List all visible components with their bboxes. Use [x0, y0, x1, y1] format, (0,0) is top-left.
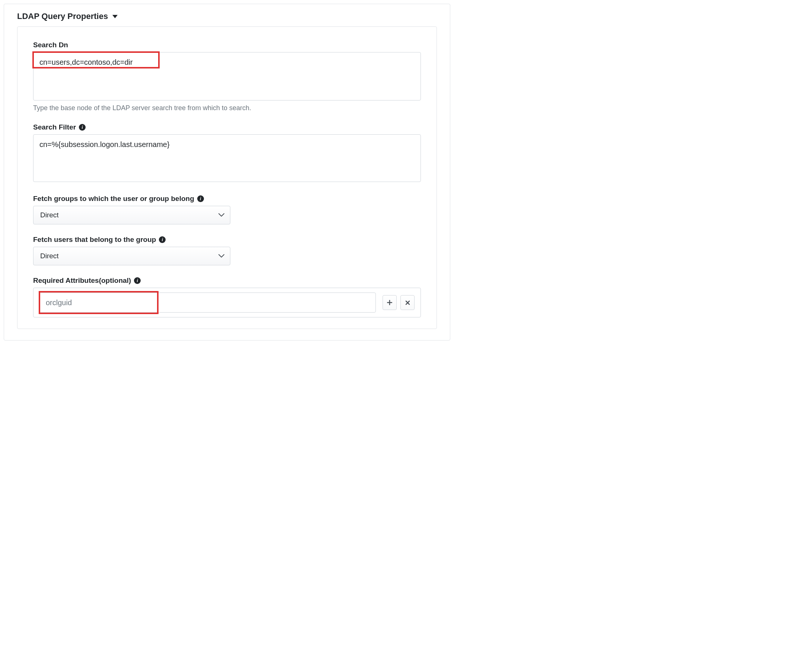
search-dn-group: Search Dn Type the base node of the LDAP…: [33, 41, 421, 112]
search-dn-label: Search Dn: [33, 41, 421, 49]
plus-icon: [387, 300, 392, 305]
section-title: LDAP Query Properties: [17, 12, 108, 21]
fetch-users-label: Fetch users that belong to the group i: [33, 235, 421, 244]
fetch-users-value: Direct: [40, 252, 59, 260]
chevron-down-icon: [112, 15, 118, 18]
info-icon[interactable]: i: [197, 195, 204, 202]
search-dn-label-text: Search Dn: [33, 41, 68, 49]
required-attrs-label-text: Required Attributes(optional): [33, 276, 131, 285]
required-attrs-input[interactable]: [40, 293, 376, 313]
required-attrs-label: Required Attributes(optional) i: [33, 276, 421, 285]
info-icon[interactable]: i: [79, 124, 85, 131]
required-attrs-group: Required Attributes(optional) i: [33, 276, 421, 318]
info-icon[interactable]: i: [159, 236, 166, 243]
attr-button-group: [383, 295, 415, 310]
fetch-groups-value: Direct: [40, 211, 59, 219]
fetch-groups-group: Fetch groups to which the user or group …: [33, 195, 421, 224]
required-attrs-row: [33, 288, 421, 318]
search-filter-group: Search Filter i: [33, 123, 421, 183]
add-attribute-button[interactable]: [383, 295, 397, 310]
search-filter-input[interactable]: [33, 134, 421, 182]
fetch-groups-select[interactable]: Direct: [33, 206, 230, 224]
section-header[interactable]: LDAP Query Properties: [17, 12, 437, 21]
search-filter-label-text: Search Filter: [33, 123, 76, 131]
info-icon[interactable]: i: [134, 277, 140, 284]
fetch-users-group: Fetch users that belong to the group i D…: [33, 235, 421, 265]
search-dn-input[interactable]: [33, 52, 421, 101]
ldap-query-panel: LDAP Query Properties Search Dn Type the…: [4, 4, 450, 341]
remove-attribute-button[interactable]: [400, 295, 415, 310]
properties-body: Search Dn Type the base node of the LDAP…: [17, 26, 437, 329]
close-icon: [405, 300, 410, 305]
search-dn-hint: Type the base node of the LDAP server se…: [33, 104, 421, 112]
fetch-users-label-text: Fetch users that belong to the group: [33, 235, 156, 244]
fetch-users-select[interactable]: Direct: [33, 247, 230, 265]
fetch-groups-label-text: Fetch groups to which the user or group …: [33, 195, 194, 203]
fetch-groups-label: Fetch groups to which the user or group …: [33, 195, 421, 203]
search-filter-label: Search Filter i: [33, 123, 421, 131]
